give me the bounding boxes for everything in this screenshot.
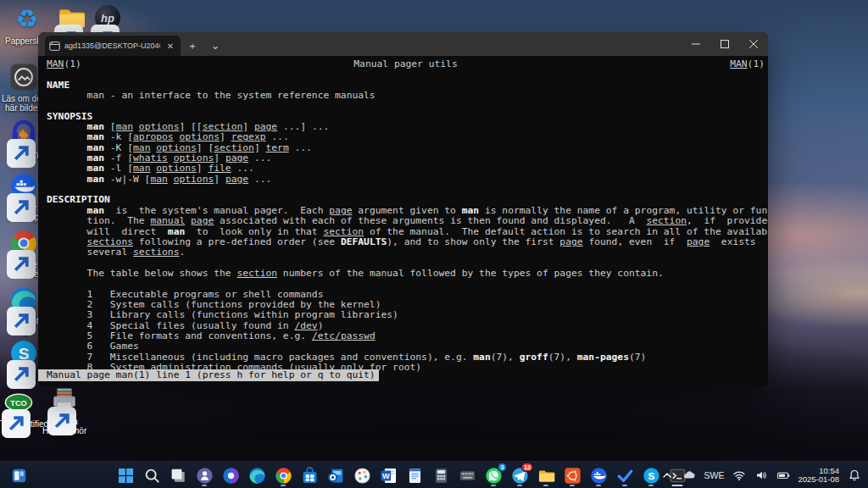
man-header-center: Manual pager utils: [47, 59, 765, 69]
tab-dropdown-icon[interactable]: ⌄: [204, 36, 226, 56]
tray-volume-icon[interactable]: [754, 469, 768, 483]
running-indicator: [570, 485, 575, 487]
taskbar: W313S SWE10:542025-01-08: [0, 461, 868, 488]
recycle-bin-icon: ♻: [12, 5, 42, 34]
tray-language[interactable]: SWE: [704, 470, 724, 480]
taskbar-paint-icon[interactable]: [352, 464, 372, 486]
tray-wifi-icon[interactable]: [732, 469, 746, 483]
taskbar-teams-icon[interactable]: [194, 464, 214, 486]
tray-chevron-up-icon[interactable]: [659, 469, 674, 483]
running-indicator: [648, 485, 654, 487]
svg-text:W: W: [381, 472, 389, 480]
taskbar-telegram-icon[interactable]: 13: [509, 464, 530, 486]
man-line: several sections.: [47, 247, 765, 258]
shortcut-arrow-icon: [7, 360, 16, 369]
tco-certified-icon: TCO: [3, 388, 34, 417]
tray-bell-icon[interactable]: [847, 469, 861, 483]
maximize-button[interactable]: [710, 32, 739, 56]
taskbar-word-icon[interactable]: W: [378, 464, 398, 486]
telegram-notification-badge: 13: [521, 463, 533, 472]
taskbar-whatsapp-icon[interactable]: 3: [483, 464, 504, 486]
man-line: The table below shows the section number…: [47, 269, 765, 279]
tab-close-icon[interactable]: ✕: [164, 40, 176, 52]
taskbar-start-icon[interactable]: [115, 464, 136, 486]
system-tray: SWE10:542025-01-08: [659, 462, 861, 488]
svg-text:S: S: [648, 469, 654, 481]
desktop-icon-hp-shortcut[interactable]: hp: [86, 3, 130, 32]
man-line: [47, 69, 765, 80]
desktop-icon-tco-certified[interactable]: TCOTCO Certified: [0, 388, 41, 429]
running-indicator: [517, 485, 522, 487]
taskbar-chrome-icon[interactable]: [273, 464, 293, 486]
running-indicator: [202, 485, 207, 487]
pager-status-line: Manual page man(1) line 1 (press h for h…: [38, 370, 379, 381]
taskbar-outlook-icon[interactable]: [326, 464, 346, 486]
terminal-tab[interactable]: agd1335@DESKTOP-U204C52 ✕: [45, 36, 181, 56]
svg-text:TCO: TCO: [10, 399, 26, 408]
man-line: [47, 101, 765, 111]
taskbar-explorer-icon[interactable]: [536, 464, 556, 486]
microsoft-edge-icon: [8, 286, 39, 314]
tray-date: 2025-01-08: [798, 475, 839, 485]
hp-shortcut-icon: hp: [92, 3, 123, 32]
whatsapp-notification-badge: 3: [498, 463, 507, 472]
man-line: man -w|-W [man options] page ...: [47, 175, 765, 185]
man-page-header: MAN(1) Manual pager utils MAN(1): [47, 59, 765, 69]
minimize-button[interactable]: [682, 32, 710, 56]
taskbar-search-icon[interactable]: [142, 464, 162, 486]
taskbar-ubuntu-icon[interactable]: [562, 464, 582, 486]
folder-shortcut-icon: [56, 3, 86, 32]
tray-clock[interactable]: 10:542025-01-08: [798, 467, 839, 485]
taskbar-store-icon[interactable]: [299, 464, 320, 486]
man-lines: NAME man - an interface to the system re…: [47, 69, 765, 373]
shortcut-arrow-icon: [7, 250, 16, 259]
man-line: man - an interface to the system referen…: [47, 91, 765, 101]
shortcut-arrow-icon: [7, 307, 16, 316]
tray-battery-icon[interactable]: [776, 469, 790, 483]
running-indicator: [281, 485, 286, 487]
shortcut-arrow-icon: [7, 139, 16, 148]
close-button[interactable]: [739, 32, 768, 56]
running-indicator: [596, 485, 601, 487]
docker-desktop-icon: [8, 172, 39, 201]
taskbar-task-view-icon[interactable]: [168, 464, 188, 486]
taskbar-items: W313S: [115, 464, 687, 486]
terminal-tab-icon: [49, 41, 60, 52]
widgets-button[interactable]: [8, 465, 29, 485]
running-indicator: [543, 485, 548, 487]
terminal-window[interactable]: agd1335@DESKTOP-U204C52 ✕ ＋ ⌄ MAN(1) Man…: [38, 32, 768, 386]
tray-onedrive-icon[interactable]: [682, 469, 696, 483]
hp-accessories-icon: [49, 385, 80, 414]
terminal-tab-title: agd1335@DESKTOP-U204C52: [64, 42, 160, 50]
new-tab-button[interactable]: ＋: [181, 36, 204, 56]
skype-icon: S: [8, 339, 39, 368]
taskbar-microsoft-365-icon[interactable]: [220, 464, 241, 486]
desktop-icon-hp-accessories[interactable]: HandlaHP-tillbehör: [42, 385, 86, 435]
google-chrome-icon: [8, 229, 39, 258]
running-indicator: [491, 485, 496, 487]
taskbar-keyboard-icon[interactable]: [457, 464, 477, 486]
taskbar-calculator-icon[interactable]: [431, 464, 451, 486]
taskbar-edge-icon[interactable]: [247, 464, 267, 486]
image-info-icon: [8, 63, 39, 92]
running-indicator: [622, 485, 627, 487]
taskbar-docker-icon[interactable]: [588, 464, 609, 486]
audacity-icon: [8, 118, 39, 147]
shortcut-arrow-icon: [7, 193, 16, 202]
pager-status-text: Manual page man(1) line 1 (press h for h…: [38, 369, 379, 381]
taskbar-todo-icon[interactable]: [615, 464, 635, 486]
shortcut-arrow-icon: [47, 407, 57, 416]
man-line: [47, 185, 765, 195]
terminal-titlebar[interactable]: agd1335@DESKTOP-U204C52 ✕ ＋ ⌄: [38, 32, 768, 56]
terminal-content[interactable]: MAN(1) Manual pager utils MAN(1) NAME ma…: [38, 56, 768, 386]
taskbar-skype-icon[interactable]: S: [641, 464, 661, 486]
shortcut-arrow-icon: [2, 409, 11, 419]
taskbar-notepad-icon[interactable]: [404, 464, 425, 486]
man-line: 5 File formats and conventions, e.g. /et…: [47, 331, 765, 341]
